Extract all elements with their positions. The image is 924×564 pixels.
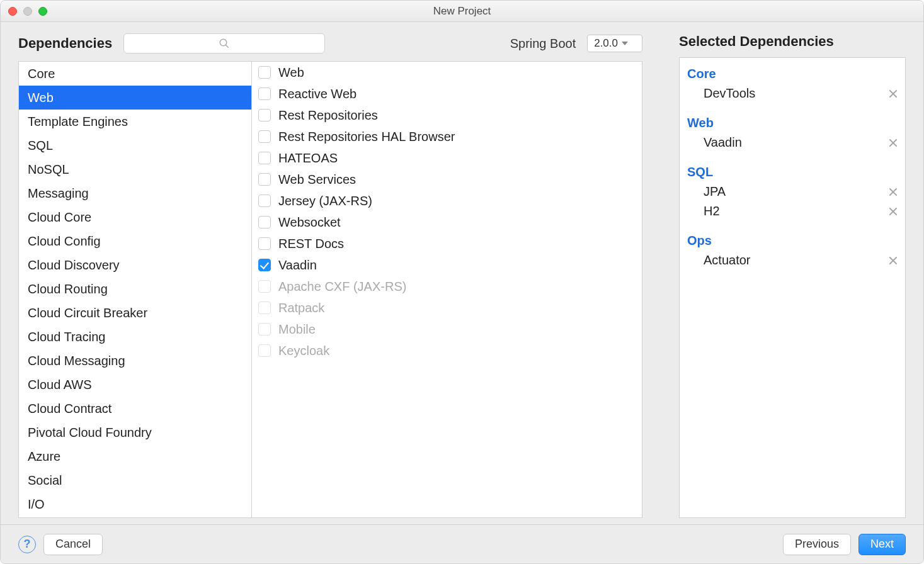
new-project-window: New Project Dependencies Spring Boot 2.0…: [0, 0, 924, 564]
dependency-item[interactable]: Rest Repositories: [252, 104, 642, 126]
selected-item-label: JPA: [704, 184, 726, 199]
right-pane: Selected Dependencies CoreDevToolsWebVaa…: [679, 33, 906, 518]
category-item[interactable]: Web: [19, 86, 251, 110]
selected-category-header: Core: [686, 63, 899, 84]
category-item[interactable]: Core: [19, 62, 251, 86]
dependency-item[interactable]: Jersey (JAX-RS): [252, 190, 642, 212]
category-item[interactable]: Pivotal Cloud Foundry: [19, 420, 251, 444]
dependency-checkbox[interactable]: [258, 195, 271, 207]
dependency-checkbox[interactable]: [258, 173, 271, 186]
spring-boot-version-select[interactable]: 2.0.0: [587, 35, 642, 52]
dependency-item[interactable]: REST Docs: [252, 233, 642, 254]
chevron-down-icon: [622, 42, 628, 45]
selected-category-header: SQL: [686, 161, 899, 182]
search-input[interactable]: [123, 33, 325, 54]
category-item[interactable]: Messaging: [19, 181, 251, 205]
dependency-label: Web Services: [278, 172, 356, 187]
titlebar: New Project: [1, 1, 923, 22]
dependency-checkbox[interactable]: [258, 130, 271, 143]
category-item[interactable]: Azure: [19, 444, 251, 468]
dependency-checkbox[interactable]: [258, 216, 271, 228]
dependency-item: Apache CXF (JAX-RS): [252, 276, 642, 297]
cancel-button[interactable]: Cancel: [43, 534, 103, 555]
selected-item: JPA: [686, 182, 899, 201]
dependency-item[interactable]: Vaadin: [252, 254, 642, 276]
selected-category-header: Web: [686, 112, 899, 133]
selected-dependencies-panel: CoreDevToolsWebVaadinSQLJPAH2OpsActuator: [679, 57, 906, 518]
footer: ? Cancel Previous Next: [1, 524, 923, 563]
dependency-label: Rest Repositories HAL Browser: [278, 129, 455, 144]
dependency-item: Ratpack: [252, 297, 642, 319]
dependency-item[interactable]: Reactive Web: [252, 83, 642, 104]
next-button[interactable]: Next: [858, 534, 906, 555]
category-item[interactable]: SQL: [19, 133, 251, 157]
selected-category-header: Ops: [686, 230, 899, 251]
category-item[interactable]: Cloud Tracing: [19, 325, 251, 349]
dependencies-label: Dependencies: [18, 35, 112, 52]
remove-icon[interactable]: [889, 89, 898, 98]
dependency-checkbox[interactable]: [258, 152, 271, 164]
category-item[interactable]: Cloud Circuit Breaker: [19, 301, 251, 325]
dependency-label: Vaadin: [278, 257, 317, 273]
left-pane: Dependencies Spring Boot 2.0.0 CoreWebTe…: [18, 33, 642, 518]
category-item[interactable]: Ops: [19, 516, 251, 517]
selected-item: Actuator: [686, 251, 899, 270]
category-item[interactable]: Cloud Routing: [19, 277, 251, 301]
category-item[interactable]: Cloud Messaging: [19, 349, 251, 373]
dependency-label: Websocket: [278, 215, 341, 230]
dependency-label: HATEOAS: [278, 150, 338, 166]
dependency-item[interactable]: HATEOAS: [252, 147, 642, 169]
close-window-button[interactable]: [8, 7, 17, 16]
selected-item-label: Actuator: [704, 253, 750, 268]
svg-line-1: [225, 45, 229, 48]
dependency-checkbox[interactable]: [258, 259, 271, 271]
category-item[interactable]: NoSQL: [19, 157, 251, 181]
svg-point-0: [220, 39, 227, 46]
category-item[interactable]: Cloud AWS: [19, 373, 251, 397]
window-title: New Project: [1, 5, 923, 18]
minimize-window-button[interactable]: [23, 7, 32, 16]
category-item[interactable]: Cloud Contract: [19, 397, 251, 420]
remove-icon[interactable]: [889, 138, 898, 147]
dependency-label: Reactive Web: [278, 86, 356, 101]
fullscreen-window-button[interactable]: [38, 7, 47, 16]
dependency-label: Ratpack: [278, 300, 324, 315]
dependency-item: Mobile: [252, 319, 642, 340]
category-item[interactable]: Social: [19, 468, 251, 492]
dependency-item[interactable]: Websocket: [252, 212, 642, 233]
dependency-label: Mobile: [278, 322, 316, 337]
previous-button[interactable]: Previous: [783, 534, 851, 555]
selected-item: Vaadin: [686, 133, 899, 152]
selected-item-label: H2: [704, 204, 720, 218]
dependency-checkbox[interactable]: [258, 237, 271, 250]
dependencies-list[interactable]: WebReactive WebRest RepositoriesRest Rep…: [252, 62, 642, 517]
category-item[interactable]: Template Engines: [19, 110, 251, 133]
remove-icon[interactable]: [889, 207, 898, 216]
selected-item-label: Vaadin: [704, 135, 742, 150]
dependency-checkbox: [258, 323, 271, 336]
dependency-checkbox[interactable]: [258, 66, 271, 79]
dependency-label: Keycloak: [278, 343, 329, 358]
remove-icon[interactable]: [889, 256, 898, 265]
dependency-columns: CoreWebTemplate EnginesSQLNoSQLMessaging…: [18, 61, 642, 518]
dependency-checkbox[interactable]: [258, 87, 271, 100]
help-button[interactable]: ?: [18, 536, 36, 553]
dependency-label: Web: [278, 65, 304, 80]
selected-item: DevTools: [686, 84, 899, 103]
selected-dependencies-title: Selected Dependencies: [679, 33, 906, 50]
remove-icon[interactable]: [889, 188, 898, 196]
category-item[interactable]: Cloud Core: [19, 205, 251, 229]
dependency-label: Apache CXF (JAX-RS): [278, 279, 406, 294]
dependency-checkbox[interactable]: [258, 109, 271, 121]
selected-item-label: DevTools: [704, 86, 755, 101]
dependency-item: Keycloak: [252, 340, 642, 361]
category-item[interactable]: Cloud Config: [19, 229, 251, 253]
category-item[interactable]: I/O: [19, 492, 251, 516]
dependency-checkbox: [258, 280, 271, 293]
dependency-item[interactable]: Rest Repositories HAL Browser: [252, 126, 642, 147]
category-item[interactable]: Cloud Discovery: [19, 253, 251, 277]
categories-list[interactable]: CoreWebTemplate EnginesSQLNoSQLMessaging…: [19, 62, 252, 517]
dependency-item[interactable]: Web Services: [252, 169, 642, 190]
dependency-item[interactable]: Web: [252, 62, 642, 83]
dependency-label: Rest Repositories: [278, 108, 378, 123]
